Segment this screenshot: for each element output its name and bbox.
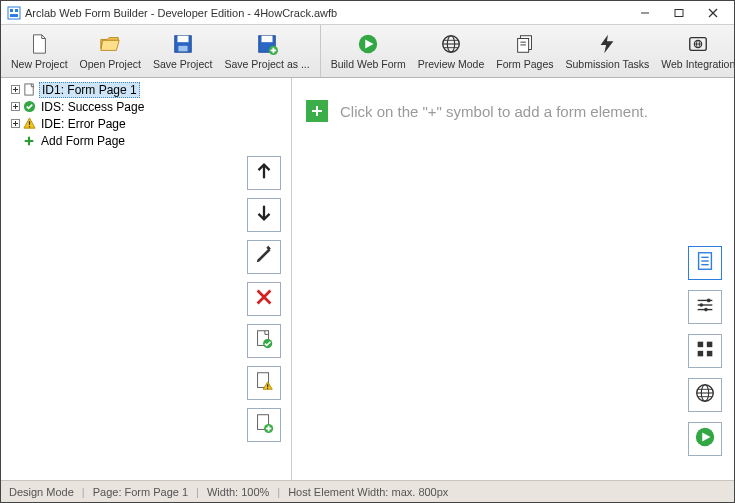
page-actions-stack <box>247 156 281 442</box>
page-warning-button[interactable] <box>247 366 281 400</box>
save-project-button[interactable]: Save Project <box>147 27 219 75</box>
tree-item-label: Add Form Page <box>39 134 127 148</box>
web-integration-button[interactable]: Web Integration <box>655 27 735 75</box>
status-host: Host Element Width: max. 800px <box>288 486 448 498</box>
move-down-button[interactable] <box>247 198 281 232</box>
toolbar-label: Preview Mode <box>418 58 485 70</box>
app-icon <box>7 6 21 20</box>
page-check-icon <box>253 328 275 354</box>
svg-rect-10 <box>178 46 187 52</box>
page-properties-button[interactable] <box>688 246 722 280</box>
svg-rect-12 <box>262 36 273 42</box>
globe2-icon <box>694 382 716 408</box>
sliders-button[interactable] <box>688 290 722 324</box>
svg-marker-25 <box>601 35 614 53</box>
folder-open-icon <box>98 32 122 56</box>
submission-tasks-button[interactable]: Submission Tasks <box>559 27 655 75</box>
titlebar: Arclab Web Form Builder - Developer Edit… <box>1 1 734 25</box>
grid-icon <box>694 338 716 364</box>
tree-item-success-page[interactable]: IDS: Success Page <box>3 98 289 115</box>
sliders-icon <box>694 294 716 320</box>
svg-rect-9 <box>177 36 188 42</box>
toolbar-label: New Project <box>11 58 68 70</box>
svg-rect-75 <box>698 351 704 357</box>
grid-button[interactable] <box>688 334 722 368</box>
statusbar: Design Mode | Page: Form Page 1 | Width:… <box>1 480 734 502</box>
close-button[interactable] <box>696 2 730 24</box>
check-green-icon <box>22 100 36 114</box>
x-red-icon <box>253 286 275 312</box>
status-mode: Design Mode <box>9 486 74 498</box>
toolbar-label: Form Pages <box>496 58 553 70</box>
toolbar: New ProjectOpen ProjectSave ProjectSave … <box>1 25 734 78</box>
preview-mode-button[interactable]: Preview Mode <box>412 27 491 75</box>
file-new-icon <box>27 32 51 56</box>
status-width: Width: 100% <box>207 486 269 498</box>
embed-icon <box>686 32 710 56</box>
tree-item-error-page[interactable]: IDE: Error Page <box>3 115 289 132</box>
status-page: Page: Form Page 1 <box>93 486 188 498</box>
warning-icon <box>22 117 36 131</box>
plus-green-icon <box>22 134 36 148</box>
delete-button[interactable] <box>247 282 281 316</box>
svg-point-70 <box>700 303 704 307</box>
save-project-as-button[interactable]: Save Project as ... <box>218 27 315 75</box>
svg-rect-76 <box>707 351 713 357</box>
toolbar-label: Submission Tasks <box>565 58 649 70</box>
run-button[interactable] <box>688 422 722 456</box>
tree-item-add-form-page[interactable]: Add Form Page <box>3 132 289 149</box>
minimize-button[interactable] <box>628 2 662 24</box>
page-add-button[interactable] <box>247 408 281 442</box>
bolt-icon <box>595 32 619 56</box>
move-up-button[interactable] <box>247 156 281 190</box>
add-element-button[interactable] <box>306 100 328 122</box>
svg-rect-73 <box>698 342 704 348</box>
svg-rect-2 <box>15 9 18 12</box>
arrow-up-icon <box>253 160 275 186</box>
pages-icon <box>513 32 537 56</box>
page-icon <box>22 83 36 97</box>
svg-rect-48 <box>266 246 271 251</box>
form-pages-button[interactable]: Form Pages <box>490 27 559 75</box>
svg-point-72 <box>704 308 708 312</box>
window-title: Arclab Web Form Builder - Developer Edit… <box>25 7 628 19</box>
edit-button[interactable] <box>247 240 281 274</box>
play-green2-icon <box>694 426 716 452</box>
play-green-icon <box>356 32 380 56</box>
build-web-form-button[interactable]: Build Web Form <box>325 27 412 75</box>
toolbar-label: Save Project <box>153 58 213 70</box>
globe-button[interactable] <box>688 378 722 412</box>
page-warning-icon <box>253 370 275 396</box>
expander-icon[interactable] <box>9 84 21 96</box>
toolbar-label: Save Project as ... <box>224 58 309 70</box>
form-canvas: Click on the "+" symbol to add a form el… <box>291 78 734 480</box>
globe-icon <box>439 32 463 56</box>
page-success-button[interactable] <box>247 324 281 358</box>
expander-icon[interactable] <box>9 101 21 113</box>
maximize-button[interactable] <box>662 2 696 24</box>
svg-rect-5 <box>675 9 683 16</box>
pencil-icon <box>253 244 275 270</box>
tree-pane: ID1: Form Page 1IDS: Success PageIDE: Er… <box>1 78 291 480</box>
toolbar-label: Build Web Form <box>331 58 406 70</box>
svg-rect-0 <box>8 7 20 19</box>
tree-item-label: IDS: Success Page <box>39 100 146 114</box>
toolbar-label: Web Integration <box>661 58 735 70</box>
svg-point-43 <box>28 126 29 127</box>
tree-item-form-page-1[interactable]: ID1: Form Page 1 <box>3 81 289 98</box>
save-icon <box>171 32 195 56</box>
canvas-view-stack <box>688 246 722 456</box>
svg-point-68 <box>707 299 711 303</box>
svg-rect-74 <box>707 342 713 348</box>
tree-item-label: ID1: Form Page 1 <box>39 82 140 98</box>
window-controls <box>628 2 730 24</box>
svg-rect-1 <box>10 9 13 12</box>
expander-icon[interactable] <box>9 118 21 130</box>
page-plus-icon <box>253 412 275 438</box>
arrow-down-icon <box>253 202 275 228</box>
svg-rect-33 <box>24 84 32 95</box>
toolbar-label: Open Project <box>80 58 141 70</box>
new-project-button[interactable]: New Project <box>5 27 74 75</box>
open-project-button[interactable]: Open Project <box>74 27 147 75</box>
main-area: ID1: Form Page 1IDS: Success PageIDE: Er… <box>1 78 734 480</box>
